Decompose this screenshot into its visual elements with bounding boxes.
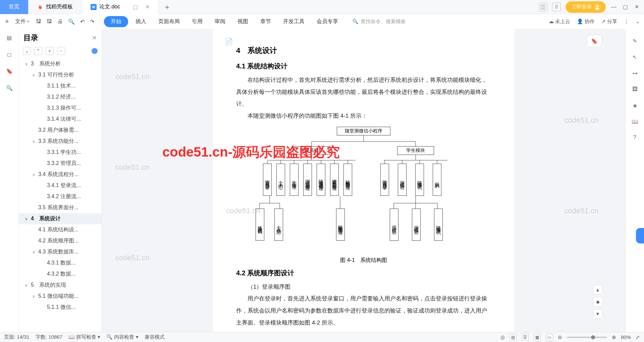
- present-icon[interactable]: ▢: [133, 4, 138, 10]
- outline-item[interactable]: 4.3.1 数据...: [19, 258, 102, 269]
- command-search[interactable]: 🔍 查找命令、搜索模板: [352, 18, 406, 25]
- collab-button[interactable]: 👤 协作: [577, 18, 595, 25]
- image-tool-icon[interactable]: 🖼: [631, 85, 639, 93]
- zoom-in-icon[interactable]: ⊕: [612, 334, 616, 340]
- view-outline-icon[interactable]: ☰: [522, 334, 529, 341]
- menu-dev[interactable]: 开发工具: [278, 16, 309, 27]
- menu-insert[interactable]: 插入: [131, 16, 151, 27]
- expand-all-icon[interactable]: ⌃: [34, 47, 42, 55]
- outline-item[interactable]: 4.2 系统顺序图...: [19, 235, 102, 246]
- word-count[interactable]: 字数: 10867: [36, 334, 62, 340]
- save-icon[interactable]: 🖫: [35, 17, 43, 26]
- zoom-out-icon[interactable]: ⊖: [558, 334, 562, 340]
- menu-member[interactable]: 会员专享: [312, 16, 343, 27]
- menu-view[interactable]: 视图: [233, 16, 253, 27]
- outline-item[interactable]: ∨5.1 微信端功能...: [19, 291, 102, 302]
- scroll-handle-icon[interactable]: ◆: [593, 297, 602, 306]
- collapse-all-icon[interactable]: ⌄: [23, 47, 31, 55]
- menu-start[interactable]: 开始: [104, 16, 128, 27]
- share-button[interactable]: ↗ 分享: [601, 18, 617, 25]
- file-menu[interactable]: 文件 ▾: [12, 16, 32, 27]
- menu-review[interactable]: 审阅: [210, 16, 230, 27]
- outline-item[interactable]: ∨3.4 系统流程分...: [19, 169, 102, 180]
- view-read-icon[interactable]: ▭: [546, 334, 553, 341]
- outline-item[interactable]: ∨3 系统分析: [19, 58, 102, 69]
- outline-item[interactable]: ∨4 系统设计: [19, 213, 102, 224]
- layout-icon[interactable]: ⿲: [539, 3, 547, 11]
- login-button[interactable]: 立即登录: [566, 1, 606, 13]
- page-indicator[interactable]: 页面: 14/31: [4, 334, 30, 340]
- outline-close-icon[interactable]: ✕: [92, 34, 97, 42]
- remove-heading-icon[interactable]: －: [57, 47, 65, 55]
- settings-icon[interactable]: ⊶: [631, 69, 639, 77]
- print-icon[interactable]: 🖨: [56, 17, 64, 26]
- menu-chapter[interactable]: 章节: [256, 16, 276, 27]
- style-icon[interactable]: ◈: [631, 101, 639, 109]
- outline-item[interactable]: 3.3.2 管理员...: [19, 158, 102, 169]
- outline-item[interactable]: 3.3.1 学生功...: [19, 147, 102, 158]
- side-tab[interactable]: [636, 228, 644, 243]
- maximize-icon[interactable]: ▢: [622, 4, 629, 10]
- outline-item[interactable]: ∨3.3 系统功能分...: [19, 136, 102, 147]
- tab-templates[interactable]: 找稻壳模板: [29, 0, 82, 14]
- outline-item[interactable]: 3.4.1 登录流...: [19, 180, 102, 191]
- search-icon: 🔍: [352, 18, 359, 24]
- menu-icon[interactable]: ≡: [4, 17, 10, 26]
- outline-item[interactable]: 3.5 系统界面分...: [19, 202, 102, 213]
- outline-item[interactable]: ∨3.1 可行性分析: [19, 69, 102, 80]
- tab-document[interactable]: W 论文.doc ▢ ✕: [82, 0, 159, 14]
- view-web-icon[interactable]: ▦: [534, 334, 541, 341]
- more-icon[interactable]: ⋮: [624, 18, 629, 25]
- document-area[interactable]: 🔖 📄 4 系统设计 4.1 系统结构设计 在结构设计过程中，首先对系统进行需求…: [102, 29, 625, 332]
- new-tab-button[interactable]: ＋: [159, 2, 175, 12]
- add-heading-icon[interactable]: ＋: [46, 47, 54, 55]
- menu-reference[interactable]: 引用: [187, 16, 207, 27]
- cloud-status[interactable]: ☁ 未上云: [549, 18, 570, 25]
- spell-check[interactable]: 📖 拼写检查 ▾: [68, 334, 100, 340]
- outline-item[interactable]: 3.1.2 经济...: [19, 92, 102, 103]
- compat-mode[interactable]: 兼容模式: [145, 334, 165, 340]
- outline-item[interactable]: 4.1 系统结构设...: [19, 224, 102, 235]
- edit-icon[interactable]: ✎: [631, 37, 639, 45]
- bookmark-icon[interactable]: 🔖: [5, 67, 13, 75]
- redo-icon[interactable]: ↷: [89, 17, 96, 26]
- page-icon[interactable]: ◻: [5, 50, 13, 58]
- help-icon[interactable]: ?: [631, 133, 639, 141]
- scroll-down-icon[interactable]: ▼: [593, 309, 602, 319]
- outline-item[interactable]: 3.4.2 注册流...: [19, 191, 102, 202]
- apps-icon[interactable]: ⠿: [552, 3, 561, 11]
- close-icon[interactable]: ✕: [145, 4, 150, 10]
- collapse-ribbon-icon[interactable]: ⌄: [636, 18, 640, 25]
- content-check[interactable]: 🔍 内容检查 ▾: [106, 334, 138, 340]
- diagram-node: 管理员登录: [263, 164, 272, 196]
- select-icon[interactable]: ↖: [631, 53, 639, 61]
- avatar-icon: [594, 3, 601, 11]
- scroll-up-icon[interactable]: ▲: [593, 285, 602, 294]
- outline-item[interactable]: 3.1.3 操作可...: [19, 103, 102, 114]
- outline-item[interactable]: 3.2 用户体验需...: [19, 125, 102, 136]
- outline-item[interactable]: 5.1.1 微信...: [19, 302, 102, 313]
- zoom-slider[interactable]: [567, 337, 607, 338]
- save-as-icon[interactable]: 🖫: [45, 17, 53, 26]
- read-icon[interactable]: 📖: [631, 117, 639, 125]
- outline-sync-icon[interactable]: [92, 48, 98, 54]
- expand-icon[interactable]: ⤢: [636, 334, 640, 340]
- find-icon[interactable]: 🔍: [5, 84, 13, 92]
- minimize-icon[interactable]: —: [610, 4, 617, 10]
- outline-view-icon[interactable]: ▤: [5, 34, 13, 42]
- outline-item[interactable]: ∨4.3 系统数据库...: [19, 246, 102, 258]
- outline-item[interactable]: 3.1.1 技术...: [19, 80, 102, 92]
- tab-home[interactable]: 首页: [0, 0, 29, 14]
- undo-icon[interactable]: ↶: [79, 17, 86, 26]
- outline-item[interactable]: 4.3.2 数据...: [19, 269, 102, 280]
- window-close-icon[interactable]: ✕: [633, 4, 640, 10]
- heading-42: 4.2 系统顺序图设计: [236, 269, 491, 278]
- focus-mode-icon[interactable]: ◎: [500, 334, 505, 340]
- outline-item[interactable]: ∨5 系统的实现: [19, 280, 102, 291]
- bookmark-bubble[interactable]: 🔖: [587, 35, 602, 47]
- menu-layout[interactable]: 页面布局: [154, 16, 184, 27]
- zoom-value[interactable]: 80%: [621, 334, 631, 340]
- print-preview-icon[interactable]: 🔍: [67, 17, 76, 26]
- outline-item[interactable]: 3.1.4 法律可...: [19, 114, 102, 125]
- view-page-icon[interactable]: ▤: [509, 334, 517, 341]
